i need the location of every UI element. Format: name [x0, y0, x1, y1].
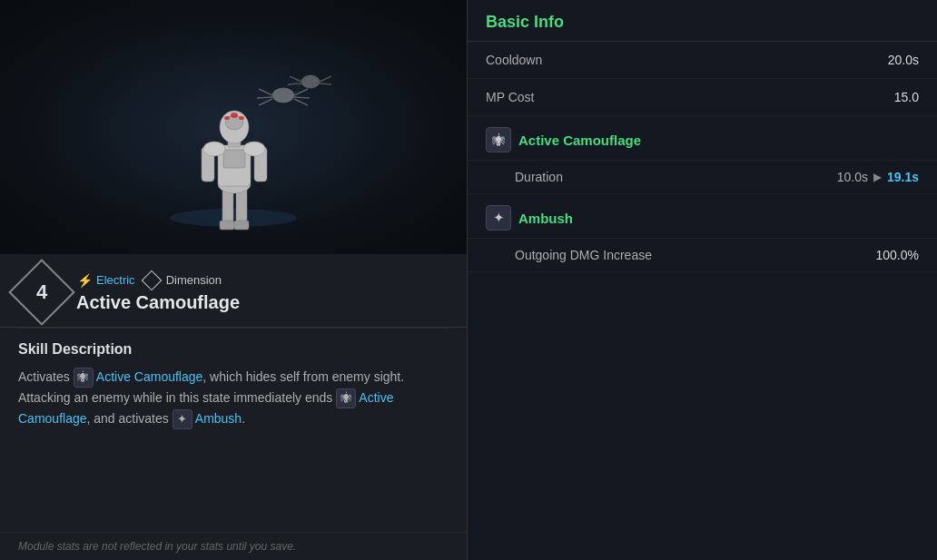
- svg-line-5: [294, 89, 308, 95]
- duration-base: 10.0s: [837, 170, 868, 184]
- svg-point-23: [243, 142, 265, 156]
- svg-point-28: [224, 116, 230, 120]
- svg-line-9: [290, 76, 301, 82]
- cooldown-label: Cooldown: [486, 53, 542, 67]
- desc-part1: Activates: [18, 369, 70, 384]
- mp-cost-value: 15.0: [894, 90, 919, 104]
- skill-level-number: 4: [36, 280, 47, 304]
- character-svg: [115, 18, 351, 236]
- ambush-inline-icon: ✦: [173, 409, 192, 429]
- basic-info-title: Basic Info: [468, 0, 937, 42]
- svg-line-4: [259, 99, 272, 105]
- tag-dimension: Dimension: [144, 273, 222, 288]
- camouflage-skill-name: Active Camouflage: [518, 133, 641, 148]
- desc-part4: .: [242, 411, 245, 426]
- desc-part3: , and activates: [87, 411, 169, 426]
- outgoing-dmg-row: Outgoing DMG Increase 100.0%: [468, 239, 937, 272]
- desc-link1: Active Camouflage: [96, 369, 203, 384]
- svg-point-8: [301, 75, 320, 88]
- ambush-skill-icon: ✦: [486, 205, 511, 231]
- svg-line-2: [259, 89, 272, 95]
- skill-title-area: ⚡ Electric Dimension Active Camouflage: [76, 272, 240, 313]
- left-panel: 4 ⚡ Electric Dimension Active Camouflage…: [0, 0, 468, 560]
- right-panel: Basic Info Cooldown 20.0s MP Cost 15.0 🕷…: [468, 0, 937, 560]
- duration-row: Duration 10.0s ▶ 19.1s: [468, 161, 937, 194]
- svg-point-22: [203, 142, 225, 156]
- skill-tags: ⚡ Electric Dimension: [76, 272, 240, 289]
- svg-rect-30: [220, 221, 234, 230]
- ambush-skill-name: Ambush: [518, 211, 573, 226]
- dimension-icon: [141, 270, 162, 290]
- svg-line-10: [288, 84, 301, 84]
- cooldown-value: 20.0s: [888, 53, 919, 67]
- camouflage-sub-skill-header: 🕷 Active Camouflage: [468, 116, 937, 161]
- section-title: Skill Description: [18, 341, 449, 358]
- svg-line-6: [294, 97, 310, 98]
- desc-link3: Ambush: [195, 411, 242, 426]
- electric-label: Electric: [96, 273, 135, 287]
- skill-description-section: Skill Description Activates 🕷 Active Cam…: [0, 329, 467, 532]
- camouflage-inline-icon-2: 🕷: [336, 388, 356, 408]
- svg-line-12: [320, 84, 331, 84]
- duration-value-group: 10.0s ▶ 19.1s: [837, 170, 919, 184]
- svg-point-29: [239, 116, 244, 120]
- duration-arrow-icon: ▶: [873, 171, 882, 183]
- outgoing-dmg-value: 100.0%: [876, 248, 919, 262]
- svg-rect-19: [223, 150, 245, 168]
- mp-cost-row: MP Cost 15.0: [468, 79, 937, 116]
- skill-level-badge: 4: [8, 259, 75, 326]
- electric-icon: ⚡: [76, 272, 93, 289]
- duration-upgraded: 19.1s: [887, 170, 919, 184]
- svg-point-27: [231, 113, 238, 118]
- skill-info-bar: 4 ⚡ Electric Dimension Active Camouflage: [0, 254, 467, 328]
- duration-label: Duration: [515, 170, 563, 184]
- module-note: Module stats are not reflected in your s…: [0, 532, 467, 560]
- mp-cost-label: MP Cost: [486, 90, 534, 104]
- skill-name: Active Camouflage: [76, 292, 240, 313]
- svg-line-11: [320, 76, 331, 82]
- camouflage-inline-icon-1: 🕷: [74, 368, 94, 388]
- camouflage-skill-icon: 🕷: [486, 127, 511, 152]
- ambush-sub-skill-header: ✦ Ambush: [468, 194, 937, 239]
- skill-image: [0, 0, 467, 254]
- svg-line-3: [257, 97, 272, 98]
- svg-rect-31: [234, 221, 249, 230]
- dimension-label: Dimension: [166, 273, 222, 287]
- description-text: Activates 🕷 Active Camouflage, which hid…: [18, 367, 449, 429]
- outgoing-dmg-label: Outgoing DMG Increase: [515, 248, 652, 262]
- svg-point-1: [272, 88, 294, 103]
- cooldown-row: Cooldown 20.0s: [468, 42, 937, 79]
- svg-line-7: [294, 99, 308, 105]
- tag-electric: ⚡ Electric: [76, 272, 135, 289]
